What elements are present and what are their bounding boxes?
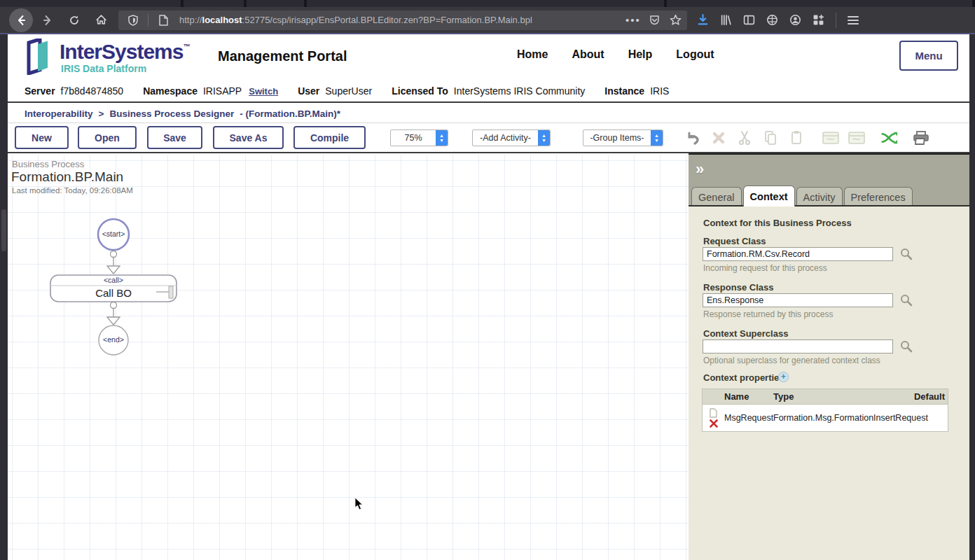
print-icon[interactable]: [913, 130, 929, 146]
tracking-shield-icon[interactable]: [123, 10, 144, 30]
context-properties-table: Name Type Default MsgR: [702, 388, 948, 432]
response-class-input[interactable]: [703, 293, 893, 307]
breadcrumb: Interoperability > Business Process Desi…: [8, 104, 969, 123]
add-property-icon[interactable]: +: [778, 372, 789, 382]
paste-icon: [788, 130, 805, 146]
toolbar-icons: [684, 130, 929, 146]
canvas-bp-title: Formation.BP.Main: [11, 169, 123, 185]
menu-button[interactable]: Menu: [899, 41, 958, 71]
url-text[interactable]: http://localhost:52775/csp/irisapp/EnsPo…: [179, 15, 623, 25]
col-name: Name: [724, 391, 773, 402]
extensions-icon[interactable]: [813, 14, 824, 26]
connector-dot[interactable]: [111, 251, 117, 258]
url-path: :52775/csp/irisapp/EnsPortal.BPLEditor.z…: [242, 15, 532, 25]
zoom-select-stepper[interactable]: ▲▼: [436, 130, 448, 146]
call-node-name: Call BO: [95, 287, 132, 299]
save-as-button[interactable]: Save As: [213, 126, 284, 149]
call-node-tag: <call>: [104, 276, 123, 284]
url-bar[interactable]: http://localhost:52775/csp/irisapp/EnsPo…: [118, 10, 687, 30]
licensed-to-pair: Licensed ToInterSystems IRIS Community: [392, 85, 585, 97]
call-target-icon[interactable]: [169, 286, 173, 298]
edit-property-icon[interactable]: [710, 408, 717, 418]
user-pair: UserSuperUser: [298, 85, 372, 97]
breadcrumb-interoperability[interactable]: Interoperability: [25, 108, 93, 119]
menu-hamburger-icon[interactable]: [848, 15, 859, 25]
tab-general[interactable]: General: [691, 187, 742, 206]
account-icon[interactable]: [789, 14, 801, 26]
tab-context[interactable]: Context: [743, 186, 795, 206]
open-button[interactable]: Open: [78, 126, 137, 149]
cut-icon: [736, 130, 753, 146]
response-class-hint: Response returned by this process: [703, 309, 833, 319]
bpl-canvas[interactable]: Business Process Formation.BP.Main Last …: [8, 155, 689, 560]
col-type: Type: [773, 391, 911, 402]
canvas-last-modified: Last modified: Today, 09:26:08AM: [12, 186, 133, 195]
breadcrumb-bp-designer[interactable]: Business Process Designer: [109, 108, 234, 119]
connector-dot[interactable]: [111, 302, 117, 309]
home-icon[interactable]: [90, 10, 111, 30]
canvas-kicker: Business Process: [12, 159, 84, 169]
breadcrumb-current-doc: - (Formation.BP.Main)*: [240, 108, 340, 119]
tab-activity[interactable]: Activity: [796, 187, 843, 206]
portal-header: InterSystems™ IRIS Data Platform Managem…: [8, 34, 969, 80]
nav-logout-link[interactable]: Logout: [676, 48, 714, 61]
delete-property-icon[interactable]: [710, 419, 718, 428]
compile-button[interactable]: Compile: [293, 126, 366, 149]
switch-namespace-link[interactable]: Switch: [249, 86, 278, 97]
context-superclass-hint: Optional superclass for generated contex…: [703, 356, 880, 365]
properties-panel: » General Context Activity Preferences C…: [689, 153, 969, 560]
table-row[interactable]: MsgRequest Formation.Msg.FormationInsert…: [703, 405, 948, 431]
new-button[interactable]: New: [15, 126, 69, 149]
context-superclass-input[interactable]: [703, 340, 893, 354]
context-tab-body: Context for this Business Process Reques…: [689, 205, 969, 560]
response-class-search-icon[interactable]: [900, 294, 913, 307]
back-icon[interactable]: [9, 8, 33, 32]
context-heading: Context for this Business Process: [703, 218, 852, 228]
nav-about-link[interactable]: About: [572, 48, 604, 61]
request-class-search-icon[interactable]: [900, 248, 913, 260]
delete-icon: [710, 130, 727, 146]
paste-group-icon: [848, 130, 865, 146]
group-items-stepper[interactable]: ▲▼: [651, 130, 663, 146]
logo-tm: ™: [183, 43, 189, 50]
panel-expand-icon[interactable]: »: [696, 160, 704, 178]
download-icon[interactable]: [697, 14, 709, 26]
pocket-icon[interactable]: [644, 10, 665, 30]
nav-home-link[interactable]: Home: [517, 48, 548, 61]
forward-icon[interactable]: [37, 10, 58, 30]
group-items-select[interactable]: -Group Items- ▲▼: [583, 130, 663, 146]
library-icon[interactable]: [720, 14, 732, 26]
shuffle-connections-icon[interactable]: [881, 130, 898, 146]
url-host: localhost: [202, 15, 242, 25]
refresh-icon[interactable]: [64, 10, 85, 30]
bpl-diagram: <start> <call> Call BO <end>: [50, 215, 190, 404]
server-info-bar: Serverf7b8d4874850 NamespaceIRISAPP Swit…: [8, 80, 969, 103]
namespace-pair: NamespaceIRISAPP: [143, 85, 242, 97]
add-activity-select[interactable]: -Add Activity- ▲▼: [472, 130, 551, 146]
start-node-label: <start>: [102, 230, 125, 238]
containers-icon[interactable]: [766, 14, 778, 26]
sidebar-icon[interactable]: [743, 14, 755, 26]
nav-help-link[interactable]: Help: [628, 48, 653, 61]
bookmark-star-icon[interactable]: [665, 10, 686, 30]
arrowhead-icon: [107, 266, 120, 274]
page-actions-ellipsis-icon[interactable]: •••: [623, 10, 644, 30]
tab-preferences[interactable]: Preferences: [844, 187, 913, 206]
copy-icon: [762, 130, 779, 146]
left-window-edge: [0, 34, 8, 560]
editor-toolbar: New Open Save Save As Compile 75% ▲▼ -Ad…: [8, 123, 969, 153]
arrowhead-icon: [107, 317, 120, 325]
intersystems-logo-icon: [25, 38, 54, 75]
add-activity-stepper[interactable]: ▲▼: [538, 130, 550, 146]
breadcrumb-separator: >: [99, 108, 104, 119]
property-type: Formation.Msg.FormationInsertRequest: [773, 413, 948, 423]
save-button[interactable]: Save: [147, 126, 202, 149]
request-class-input[interactable]: [703, 247, 893, 261]
panel-tabs: General Context Activity Preferences: [691, 186, 913, 206]
undo-icon[interactable]: [684, 130, 701, 146]
zoom-select[interactable]: 75% ▲▼: [390, 130, 448, 146]
col-default: Default: [911, 391, 948, 402]
table-header-row: Name Type Default: [703, 389, 948, 405]
page-info-icon[interactable]: [153, 10, 174, 30]
context-superclass-search-icon[interactable]: [900, 340, 913, 353]
